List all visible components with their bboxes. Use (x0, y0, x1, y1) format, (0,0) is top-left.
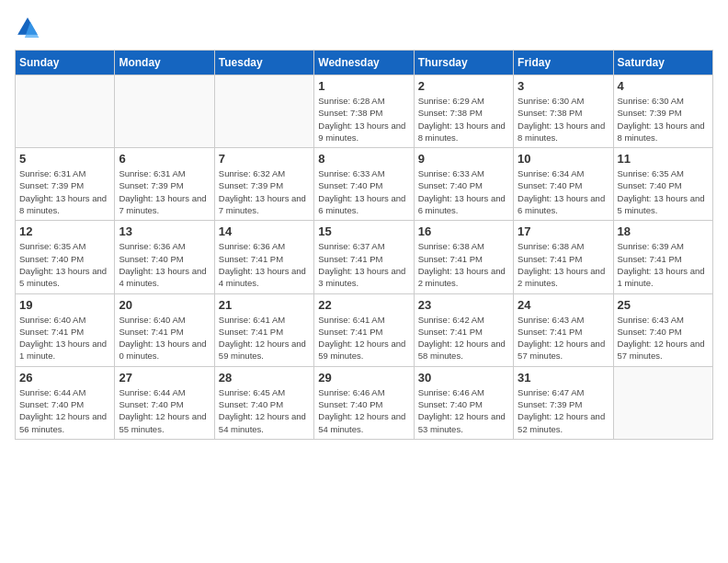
day-info: Sunrise: 6:36 AM Sunset: 7:41 PM Dayligh… (219, 240, 310, 289)
day-number: 13 (119, 224, 210, 238)
day-number: 17 (518, 224, 609, 238)
calendar-cell: 6Sunrise: 6:31 AM Sunset: 7:39 PM Daylig… (115, 148, 214, 221)
day-number: 11 (618, 152, 709, 166)
day-number: 21 (219, 298, 310, 312)
calendar-cell: 29Sunrise: 6:46 AM Sunset: 7:40 PM Dayli… (314, 366, 414, 439)
day-number: 10 (518, 152, 609, 166)
calendar-day-header: Friday (514, 51, 613, 75)
logo (15, 15, 44, 40)
day-info: Sunrise: 6:43 AM Sunset: 7:40 PM Dayligh… (618, 314, 709, 362)
calendar-cell: 22Sunrise: 6:41 AM Sunset: 7:41 PM Dayli… (314, 293, 414, 366)
page-header (15, 15, 713, 40)
day-number: 16 (418, 224, 509, 238)
calendar-cell: 17Sunrise: 6:38 AM Sunset: 7:41 PM Dayli… (514, 221, 613, 293)
calendar-cell: 3Sunrise: 6:30 AM Sunset: 7:38 PM Daylig… (514, 75, 613, 148)
day-info: Sunrise: 6:42 AM Sunset: 7:41 PM Dayligh… (418, 314, 509, 362)
day-info: Sunrise: 6:33 AM Sunset: 7:40 PM Dayligh… (318, 167, 409, 216)
day-info: Sunrise: 6:35 AM Sunset: 7:40 PM Dayligh… (19, 240, 110, 289)
calendar-header: SundayMondayTuesdayWednesdayThursdayFrid… (16, 51, 713, 75)
calendar-cell: 1Sunrise: 6:28 AM Sunset: 7:38 PM Daylig… (314, 75, 414, 148)
calendar-body: 1Sunrise: 6:28 AM Sunset: 7:38 PM Daylig… (16, 75, 713, 440)
day-info: Sunrise: 6:44 AM Sunset: 7:40 PM Dayligh… (119, 386, 210, 435)
day-number: 28 (219, 371, 310, 385)
calendar-day-header: Monday (115, 51, 214, 75)
day-info: Sunrise: 6:38 AM Sunset: 7:41 PM Dayligh… (518, 240, 609, 289)
day-info: Sunrise: 6:34 AM Sunset: 7:40 PM Dayligh… (518, 167, 609, 216)
calendar-week-row: 26Sunrise: 6:44 AM Sunset: 7:40 PM Dayli… (16, 366, 713, 439)
calendar-table: SundayMondayTuesdayWednesdayThursdayFrid… (15, 50, 713, 440)
calendar-day-header: Wednesday (314, 51, 414, 75)
calendar-cell: 7Sunrise: 6:32 AM Sunset: 7:39 PM Daylig… (214, 148, 313, 221)
day-info: Sunrise: 6:38 AM Sunset: 7:41 PM Dayligh… (418, 240, 509, 289)
day-info: Sunrise: 6:35 AM Sunset: 7:40 PM Dayligh… (618, 167, 709, 216)
calendar-week-row: 19Sunrise: 6:40 AM Sunset: 7:41 PM Dayli… (16, 293, 713, 366)
calendar-cell: 15Sunrise: 6:37 AM Sunset: 7:41 PM Dayli… (314, 221, 414, 293)
calendar-cell: 5Sunrise: 6:31 AM Sunset: 7:39 PM Daylig… (16, 148, 115, 221)
day-info: Sunrise: 6:47 AM Sunset: 7:39 PM Dayligh… (518, 386, 609, 435)
calendar-day-header: Tuesday (214, 51, 313, 75)
day-number: 2 (418, 79, 509, 93)
calendar-cell: 30Sunrise: 6:46 AM Sunset: 7:40 PM Dayli… (414, 366, 513, 439)
day-number: 9 (418, 152, 509, 166)
day-info: Sunrise: 6:43 AM Sunset: 7:41 PM Dayligh… (518, 314, 609, 362)
day-number: 20 (119, 298, 210, 312)
day-info: Sunrise: 6:46 AM Sunset: 7:40 PM Dayligh… (318, 386, 409, 435)
day-number: 29 (318, 371, 409, 385)
calendar-cell (214, 75, 313, 148)
day-info: Sunrise: 6:45 AM Sunset: 7:40 PM Dayligh… (219, 386, 310, 435)
calendar-week-row: 5Sunrise: 6:31 AM Sunset: 7:39 PM Daylig… (16, 148, 713, 221)
day-number: 18 (618, 224, 709, 238)
day-number: 24 (518, 298, 609, 312)
day-number: 26 (19, 371, 110, 385)
calendar-cell (613, 366, 712, 439)
logo-icon (15, 15, 40, 40)
calendar-cell: 20Sunrise: 6:40 AM Sunset: 7:41 PM Dayli… (115, 293, 214, 366)
day-info: Sunrise: 6:30 AM Sunset: 7:38 PM Dayligh… (518, 95, 609, 144)
calendar-cell: 24Sunrise: 6:43 AM Sunset: 7:41 PM Dayli… (514, 293, 613, 366)
day-info: Sunrise: 6:31 AM Sunset: 7:39 PM Dayligh… (119, 167, 210, 216)
calendar-cell: 28Sunrise: 6:45 AM Sunset: 7:40 PM Dayli… (214, 366, 313, 439)
calendar-cell: 12Sunrise: 6:35 AM Sunset: 7:40 PM Dayli… (16, 221, 115, 293)
calendar-day-header: Sunday (16, 51, 115, 75)
day-info: Sunrise: 6:44 AM Sunset: 7:40 PM Dayligh… (19, 386, 110, 435)
calendar-cell: 25Sunrise: 6:43 AM Sunset: 7:40 PM Dayli… (613, 293, 712, 366)
day-number: 14 (219, 224, 310, 238)
day-info: Sunrise: 6:37 AM Sunset: 7:41 PM Dayligh… (318, 240, 409, 289)
day-number: 31 (518, 371, 609, 385)
calendar-cell: 14Sunrise: 6:36 AM Sunset: 7:41 PM Dayli… (214, 221, 313, 293)
day-info: Sunrise: 6:36 AM Sunset: 7:40 PM Dayligh… (119, 240, 210, 289)
calendar-cell: 11Sunrise: 6:35 AM Sunset: 7:40 PM Dayli… (613, 148, 712, 221)
day-info: Sunrise: 6:31 AM Sunset: 7:39 PM Dayligh… (19, 167, 110, 216)
day-info: Sunrise: 6:41 AM Sunset: 7:41 PM Dayligh… (318, 314, 409, 362)
calendar-cell: 13Sunrise: 6:36 AM Sunset: 7:40 PM Dayli… (115, 221, 214, 293)
calendar-week-row: 12Sunrise: 6:35 AM Sunset: 7:40 PM Dayli… (16, 221, 713, 293)
day-info: Sunrise: 6:28 AM Sunset: 7:38 PM Dayligh… (318, 95, 409, 144)
day-info: Sunrise: 6:29 AM Sunset: 7:38 PM Dayligh… (418, 95, 509, 144)
day-number: 15 (318, 224, 409, 238)
calendar-cell: 8Sunrise: 6:33 AM Sunset: 7:40 PM Daylig… (314, 148, 414, 221)
day-number: 22 (318, 298, 409, 312)
calendar-cell: 16Sunrise: 6:38 AM Sunset: 7:41 PM Dayli… (414, 221, 513, 293)
day-info: Sunrise: 6:39 AM Sunset: 7:41 PM Dayligh… (618, 240, 709, 289)
day-number: 19 (19, 298, 110, 312)
calendar-cell (16, 75, 115, 148)
calendar-cell: 27Sunrise: 6:44 AM Sunset: 7:40 PM Dayli… (115, 366, 214, 439)
day-info: Sunrise: 6:33 AM Sunset: 7:40 PM Dayligh… (418, 167, 509, 216)
calendar-cell: 18Sunrise: 6:39 AM Sunset: 7:41 PM Dayli… (613, 221, 712, 293)
day-number: 5 (19, 152, 110, 166)
calendar-cell: 31Sunrise: 6:47 AM Sunset: 7:39 PM Dayli… (514, 366, 613, 439)
calendar-cell (115, 75, 214, 148)
day-number: 3 (518, 79, 609, 93)
calendar-cell: 10Sunrise: 6:34 AM Sunset: 7:40 PM Dayli… (514, 148, 613, 221)
day-number: 27 (119, 371, 210, 385)
calendar-day-header: Thursday (414, 51, 513, 75)
calendar-cell: 21Sunrise: 6:41 AM Sunset: 7:41 PM Dayli… (214, 293, 313, 366)
day-number: 8 (318, 152, 409, 166)
calendar-week-row: 1Sunrise: 6:28 AM Sunset: 7:38 PM Daylig… (16, 75, 713, 148)
day-info: Sunrise: 6:41 AM Sunset: 7:41 PM Dayligh… (219, 314, 310, 362)
day-info: Sunrise: 6:40 AM Sunset: 7:41 PM Dayligh… (119, 314, 210, 362)
day-number: 23 (418, 298, 509, 312)
calendar-cell: 19Sunrise: 6:40 AM Sunset: 7:41 PM Dayli… (16, 293, 115, 366)
day-info: Sunrise: 6:40 AM Sunset: 7:41 PM Dayligh… (19, 314, 110, 362)
calendar-cell: 26Sunrise: 6:44 AM Sunset: 7:40 PM Dayli… (16, 366, 115, 439)
